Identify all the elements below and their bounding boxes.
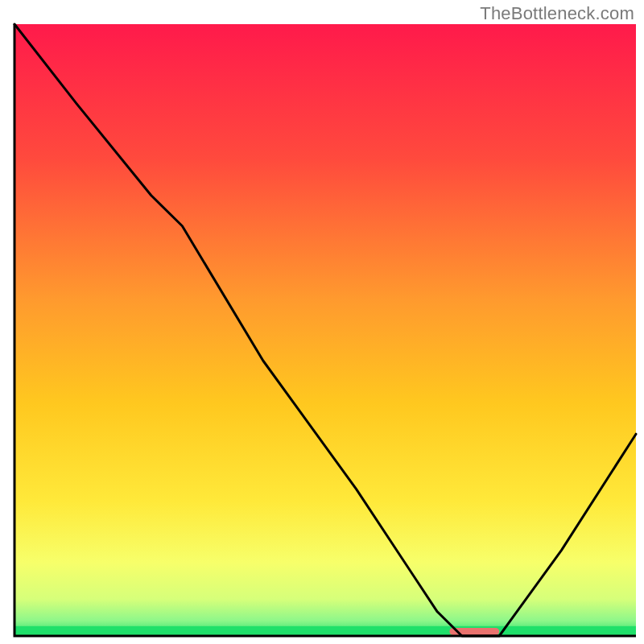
chart-frame: TheBottleneck.com	[0, 0, 644, 644]
bottleneck-curve-chart	[0, 0, 644, 644]
gradient-field	[14, 24, 636, 636]
watermark-text: TheBottleneck.com	[480, 3, 634, 24]
baseline-band	[14, 626, 636, 636]
